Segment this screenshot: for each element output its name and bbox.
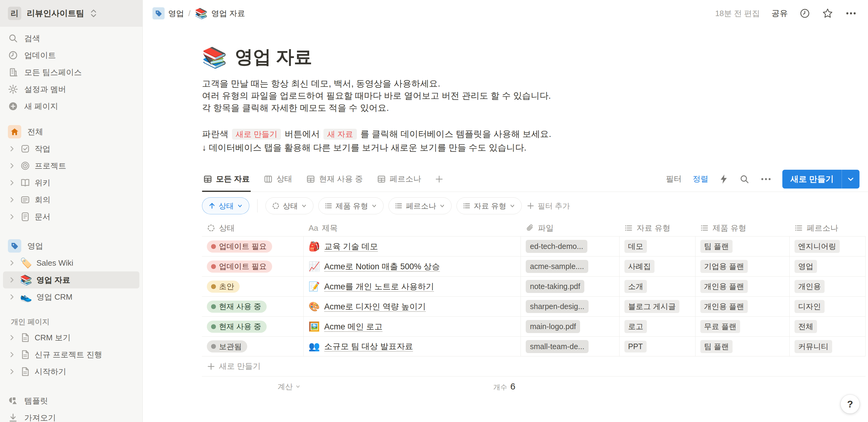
chevron-right-icon[interactable]: [8, 294, 16, 300]
sidebar-item-meetings[interactable]: 회의: [3, 191, 140, 208]
sidebar-item-teamspaces[interactable]: 모든 팀스페이스: [3, 64, 140, 81]
view-tab-persona[interactable]: 페르소나: [376, 166, 423, 192]
cell-persona[interactable]: 디자인: [789, 297, 866, 316]
sidebar-item-import[interactable]: 가져오기: [3, 409, 140, 422]
cell-product-type[interactable]: 개인용 플랜: [695, 297, 789, 316]
sidebar-item-updates[interactable]: 업데이트: [3, 47, 140, 64]
row-title-link[interactable]: Acme로 Notion 매출 500% 상승: [324, 261, 440, 272]
sidebar-teamspace-sales[interactable]: 영업: [3, 237, 140, 254]
table-row[interactable]: 초안 📝Acme를 개인 노트로 사용하기 note-taking.pdf 소개…: [202, 276, 866, 296]
favorite-star-icon[interactable]: [822, 8, 833, 19]
cell-doc-type[interactable]: 데모: [620, 236, 695, 256]
cell-title[interactable]: 📝Acme를 개인 노트로 사용하기: [304, 277, 521, 296]
count-footer[interactable]: 개수 6: [304, 381, 521, 392]
chevron-right-icon[interactable]: [8, 260, 16, 266]
file-chip[interactable]: note-taking.pdf: [526, 280, 584, 293]
chevron-right-icon[interactable]: [8, 334, 16, 341]
row-title-link[interactable]: 교육 기술 데모: [324, 241, 378, 252]
cell-title[interactable]: 🎨Acme로 디자인 역량 높이기: [304, 297, 521, 316]
table-add-row-button[interactable]: 새로 만들기: [202, 356, 866, 377]
sidebar-teamspace-all[interactable]: 전체: [3, 123, 140, 140]
cell-persona[interactable]: 엔지니어링: [789, 236, 866, 256]
cell-title[interactable]: 🖼️Acme 메인 로고: [304, 317, 521, 336]
cell-product-type[interactable]: 팀 플랜: [695, 337, 789, 356]
file-chip[interactable]: main-logo.pdf: [526, 320, 580, 333]
view-tab-all-materials[interactable]: 모든 자료: [202, 166, 251, 192]
sidebar-item-tasks[interactable]: 작업: [3, 140, 140, 157]
sort-chip-status[interactable]: 상태: [202, 197, 249, 214]
cell-status[interactable]: 보관됨: [202, 337, 304, 356]
table-row[interactable]: 현재 사용 중 🎨Acme로 디자인 역량 높이기 sharpen-desig.…: [202, 296, 866, 316]
cell-persona[interactable]: 개인용: [789, 277, 866, 296]
sidebar-item-templates[interactable]: 템플릿: [3, 392, 140, 409]
cell-status[interactable]: 업데이트 필요: [202, 236, 304, 256]
view-tab-status[interactable]: 상태: [262, 166, 293, 192]
table-row[interactable]: 업데이트 필요 📈Acme로 Notion 매출 500% 상승 acme-sa…: [202, 256, 866, 276]
chevron-right-icon[interactable]: [8, 180, 16, 186]
cell-doc-type[interactable]: 로고: [620, 317, 695, 336]
help-button[interactable]: ?: [841, 395, 860, 414]
filter-chip-product-type[interactable]: 제품 유형: [318, 197, 383, 214]
filter-chip-doc-type[interactable]: 자료 유형: [457, 197, 522, 214]
row-title-link[interactable]: Acme를 개인 노트로 사용하기: [324, 281, 434, 292]
sort-button[interactable]: 정렬: [692, 174, 708, 184]
sidebar-item-projects[interactable]: 프로젝트: [3, 157, 140, 174]
cell-file[interactable]: small-team-de...: [521, 337, 620, 356]
sidebar-item-sales-crm[interactable]: 👟 영업 CRM: [3, 288, 140, 305]
cell-doc-type[interactable]: PPT: [620, 337, 695, 356]
calculate-dropdown[interactable]: 계산: [202, 382, 304, 392]
sidebar-item-new-page[interactable]: 새 페이지: [3, 98, 140, 115]
more-options-icon[interactable]: [845, 8, 857, 19]
automation-lightning-icon[interactable]: [719, 174, 728, 184]
chevron-right-icon[interactable]: [8, 196, 16, 203]
history-clock-icon[interactable]: [799, 8, 810, 19]
cell-status[interactable]: 초안: [202, 277, 304, 296]
cell-persona[interactable]: 영업: [789, 257, 866, 276]
row-title-link[interactable]: 소규모 팀 대상 발표자료: [324, 341, 413, 352]
sidebar-item-search[interactable]: 검색: [3, 30, 140, 47]
file-chip[interactable]: small-team-de...: [526, 340, 589, 353]
sidebar-item-wiki[interactable]: 위키: [3, 174, 140, 191]
column-header-file[interactable]: 파일: [521, 220, 620, 236]
file-chip[interactable]: ed-tech-demo...: [526, 240, 587, 253]
search-icon[interactable]: [739, 174, 749, 184]
cell-status[interactable]: 업데이트 필요: [202, 257, 304, 276]
chevron-right-icon[interactable]: [8, 368, 16, 375]
column-header-status[interactable]: 상태: [202, 220, 304, 236]
cell-doc-type[interactable]: 블로그 게시글: [620, 297, 695, 316]
cell-status[interactable]: 현재 사용 중: [202, 317, 304, 336]
sidebar-item-new-project[interactable]: 신규 프로젝트 진행: [3, 346, 140, 363]
cell-title[interactable]: 🎒교육 기술 데모: [304, 236, 521, 256]
breadcrumb-page[interactable]: 📚 영업 자료: [195, 8, 245, 19]
page-description[interactable]: 고객을 만날 때는 항상 최신 데모, 백서, 동영상을 사용하세요. 여러 유…: [202, 77, 868, 114]
workspace-switcher[interactable]: 리 리뷰인사이트팀: [0, 0, 143, 27]
chevron-right-icon[interactable]: [8, 277, 16, 283]
cell-doc-type[interactable]: 사례집: [620, 257, 695, 276]
chevron-right-icon[interactable]: [8, 145, 16, 152]
sidebar-item-crm-view[interactable]: CRM 보기: [3, 329, 140, 346]
add-view-icon[interactable]: [435, 174, 444, 184]
sidebar-item-docs[interactable]: 문서: [3, 208, 140, 225]
filter-chip-status[interactable]: 상태: [266, 197, 313, 214]
page-emoji[interactable]: 📚: [202, 47, 227, 67]
table-row[interactable]: 보관됨 👥소규모 팀 대상 발표자료 small-team-de... PPT …: [202, 336, 866, 356]
column-header-title[interactable]: Aa 제목: [304, 220, 521, 236]
sidebar-item-settings[interactable]: 설정과 멤버: [3, 81, 140, 98]
cell-file[interactable]: sharpen-desig...: [521, 297, 620, 316]
column-header-doc-type[interactable]: 자료 유형: [620, 220, 695, 236]
chevron-right-icon[interactable]: [8, 162, 16, 169]
more-options-icon[interactable]: [761, 174, 771, 184]
filter-chip-persona[interactable]: 페르소나: [389, 197, 452, 214]
chevron-down-icon[interactable]: [842, 170, 860, 189]
cell-file[interactable]: ed-tech-demo...: [521, 236, 620, 256]
row-title-link[interactable]: Acme 메인 로고: [324, 321, 382, 332]
cell-file[interactable]: acme-sample....: [521, 257, 620, 276]
cell-product-type[interactable]: 기업용 플랜: [695, 257, 789, 276]
view-tab-in-use[interactable]: 현재 사용 중: [305, 166, 364, 192]
cell-status[interactable]: 현재 사용 중: [202, 297, 304, 316]
file-chip[interactable]: acme-sample....: [526, 260, 588, 273]
cell-title[interactable]: 👥소규모 팀 대상 발표자료: [304, 337, 521, 356]
breadcrumb-team[interactable]: 영업: [152, 7, 184, 20]
row-title-link[interactable]: Acme로 디자인 역량 높이기: [324, 301, 426, 312]
cell-file[interactable]: note-taking.pdf: [521, 277, 620, 296]
